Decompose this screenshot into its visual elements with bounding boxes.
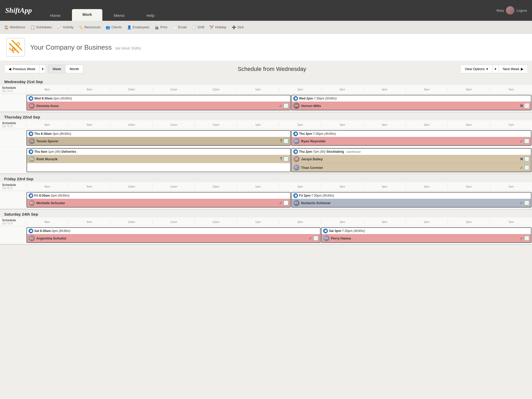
company-tagline: We Work Shifts! [115,46,141,50]
tab-help[interactable]: Help [136,10,165,21]
schedule-title: Schedule from Wednesday [83,66,460,72]
wed-shift-1-employee[interactable]: DK Denisha Koss ✓ [27,102,290,110]
nav-employees[interactable]: 👤 Employees [127,25,149,29]
view-options-button[interactable]: View Options ▾ [460,65,492,73]
time-11am: 11am [152,87,195,92]
nav-sick[interactable]: ➕ Sick [232,25,244,29]
thu-row-label: Schedule Get To It! [0,120,26,129]
time-8am: 8am [26,87,68,92]
tab-work[interactable]: Work [72,9,102,21]
tab-home[interactable]: Home [40,10,71,21]
argentina-schulist-employee[interactable]: AS Argentina Schulist ✓ [27,234,320,242]
wed-shift-1: 🕐 Wed 8:30am-2pm (5h30m) DK Denisha Koss… [26,95,291,110]
argentina-check-icon: ✓ [309,236,312,241]
thu-schedule-group: Schedule Get To It! 8am 9am 10am 11am 12… [0,120,532,174]
thu-time-header: Schedule Get To It! 8am 9am 10am 11am 12… [0,120,532,129]
thu-shift-2-employee[interactable]: RR Ryan Reynolds ✓ [292,137,531,145]
thao-actions: ✓ [520,165,529,170]
wed-shift-2-employee[interactable]: VM Vernon Mills ✕ [292,102,531,110]
michelle-checkbox[interactable] [283,200,289,205]
next-week-label: Next Week [503,67,519,71]
time-9am: 9am [68,87,110,92]
perry-hanna-employee[interactable]: PH Perry Hanna ✓ [322,234,531,242]
nav-activity[interactable]: 📈 Activity [57,25,74,29]
robt-murazik-employee[interactable]: RM Robt Murazik ? [27,155,290,163]
norberto-check-icon: ✓ [520,201,523,205]
view-options-dropdown[interactable]: ▾ [493,65,499,73]
nav-shift[interactable]: 🕐 Shift [192,25,204,29]
prev-controls: ◀ Previous Week ▾ Week Month [4,65,83,73]
time-2pm: 2pm [279,87,321,92]
thu-shift-1-timebar: 🕐 Thu 8:30am-3pm (6h30m) [27,131,290,137]
vernon-mills-avatar: VM [293,103,300,109]
jacqui-bailey-employee[interactable]: JB Jacqui Bailey ✕ [292,155,531,163]
svg-rect-0 [9,40,22,53]
sat-schedule-group: Schedule Get To It! 8am 9am 10am 11am 12… [0,217,532,245]
robt-checkbox[interactable] [283,156,289,162]
sat-clock-1: 🕐 [29,229,33,233]
fri-row-spacer [0,191,26,209]
nav-schedules[interactable]: 📋 Schedules [30,25,52,29]
app-logo: ShiftApp [5,0,32,21]
thu-shift-2: 🕐 Thu 3pm-7:30pm (4h30m) RR Ryan Reynold… [291,130,531,146]
jacqui-checkbox[interactable] [524,156,529,162]
sat-shift-area: 🕐 Sat 8:30am-3pm (6h30m) AS Argentina Sc… [26,226,532,244]
tessie-sporer-name: Tessie Sporer [36,139,278,143]
sat-get-to-it: Get To It! [2,222,24,225]
wed-shift-area: 🕐 Wed 8:30am-2pm (5h30m) DK Denisha Koss… [26,94,532,111]
thu-sub-row-spacer [0,147,26,173]
next-week-button[interactable]: Next Week ▶ [499,65,528,73]
ryan-check-icon: ✓ [520,139,523,144]
thao-cormier-employee[interactable]: TC Thao Cormier ✓ [292,163,531,172]
denisha-koss-avatar: DK [29,103,35,109]
wed-shift-2-actions: ✕ [520,103,529,108]
nav-print[interactable]: 🖨️ Print [155,25,167,29]
thu-stocktaking-shift: 🕐 Thu 2pm-7pm (5h) Stocktaking- warehous… [291,148,531,172]
thu-sub-shift-area: 🕐 Thu 9am-1pm (4h) Deliveries RM Robt Mu… [26,147,532,173]
michelle-schuster-employee[interactable]: MS Michelle Schuster ✓ [27,199,290,207]
vernon-mills-name: Vernon Mills [301,104,518,108]
jacqui-bailey-name: Jacqui Bailey [301,157,518,161]
nav-resources-label: Resources [84,25,101,29]
fri-shift-1-timebar: 🕐 Fri 8:30am-2pm (5h30m) [27,192,290,199]
top-nav: ShiftApp Home Work Memo Help Mary Logout [0,0,532,21]
nav-holiday[interactable]: ✂️ Holiday [209,25,226,29]
week-button[interactable]: Week [48,65,65,73]
norberto-schinner-avatar: NS [293,200,300,206]
sat-row-spacer [0,226,26,244]
thu-clock-1: 🕐 [29,131,33,136]
prev-week-dropdown[interactable]: ▾ [40,65,46,73]
sat-shift-1: 🕐 Sat 8:30am-3pm (6h30m) AS Argentina Sc… [26,227,321,243]
thao-checkbox[interactable] [524,165,529,170]
clients-icon: 👥 [106,25,110,29]
nav-print-label: Print [160,25,167,29]
norberto-checkbox[interactable] [524,200,529,205]
thu-shift-2-checkbox[interactable] [524,138,529,144]
time-12pm: 12pm [195,87,237,92]
thu-shift-1-checkbox[interactable] [283,138,289,144]
nav-resources[interactable]: 🏷️ Resources [79,25,101,29]
perry-hanna-avatar: PH [323,235,329,241]
perry-checkbox[interactable] [524,236,529,241]
nav-email[interactable]: ✉️ Email [172,25,187,29]
nav-workforce[interactable]: 🏠 Workforce [4,25,25,29]
tab-memo[interactable]: Memo [103,10,135,21]
logout-button[interactable]: Logout [516,9,527,12]
thu-shift-1-employee[interactable]: TS Tessie Sporer ? [27,137,290,145]
secondary-nav: 🏠 Workforce 📋 Schedules 📈 Activity 🏷️ Re… [0,21,532,34]
wed-shift-2: 🕐 Wed 2pm-7:30pm (5h30m) VM Vernon Mills… [291,95,531,110]
robt-murazik-avatar: RM [29,156,35,162]
norberto-schinner-employee[interactable]: NS Norberto Schinner ✓ [292,199,531,207]
prev-week-button[interactable]: ◀ Previous Week [4,65,40,73]
nav-clients[interactable]: 👥 Clients [106,25,122,29]
user-area: Mary Logout [496,0,527,21]
user-avatar [506,6,514,15]
fri-shift-row: 🕐 Fri 8:30am-2pm (5h30m) MS Michelle Sch… [0,191,532,209]
robt-murazik-actions: ? [280,156,289,162]
thao-cormier-avatar: TC [293,164,300,171]
argentina-checkbox[interactable] [313,236,318,241]
wed-shift-1-checkbox[interactable] [283,103,289,108]
wed-shift-2-checkbox[interactable] [524,103,529,108]
month-button[interactable]: Month [65,65,83,73]
argentina-actions: ✓ [309,236,318,241]
